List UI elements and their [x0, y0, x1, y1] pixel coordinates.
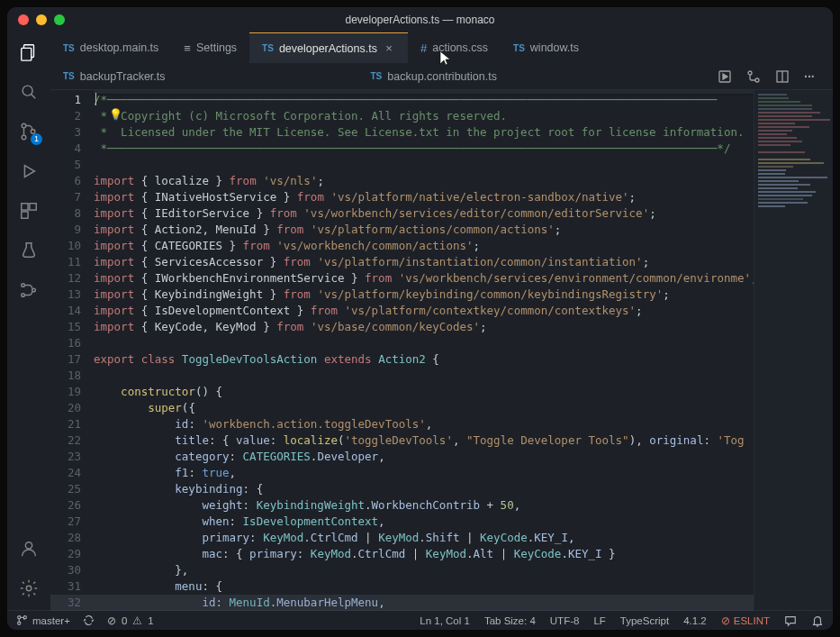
- tab-label: backup.contribution.ts: [387, 70, 497, 83]
- tab-actions-css[interactable]: # actions.css: [408, 32, 501, 63]
- tab-label: developerActions.ts: [279, 42, 377, 55]
- search-icon[interactable]: [18, 81, 40, 103]
- statusbar: master+ ⊘0 ⚠1 Ln 1, Col 1 Tab Size: 4 UT…: [7, 610, 833, 630]
- code-content[interactable]: /*──────────────────────────────────────…: [94, 90, 754, 610]
- scm-badge: 1: [31, 133, 42, 145]
- svg-point-15: [26, 586, 32, 591]
- eol[interactable]: LF: [593, 615, 605, 626]
- settings-icon: ≡: [184, 41, 191, 55]
- svg-point-19: [755, 78, 759, 82]
- references-icon[interactable]: [18, 279, 40, 301]
- svg-point-11: [22, 284, 25, 287]
- problems-indicator[interactable]: ⊘0 ⚠1: [107, 614, 154, 627]
- split-editor-icon[interactable]: [775, 69, 790, 84]
- testing-icon[interactable]: [18, 240, 40, 261]
- editor-actions: ···: [718, 63, 833, 89]
- editor-body[interactable]: 1234567891011121314151617181920212223242…: [50, 90, 833, 610]
- lightbulb-icon[interactable]: 💡: [109, 108, 122, 121]
- tab-label: desktop.main.ts: [80, 41, 159, 54]
- minimap[interactable]: [754, 90, 833, 610]
- ts-icon: TS: [63, 71, 75, 81]
- traffic-lights: [18, 14, 65, 25]
- gutter: 1234567891011121314151617181920212223242…: [50, 90, 94, 610]
- svg-point-18: [748, 71, 752, 75]
- tab-settings[interactable]: ≡ Settings: [171, 32, 249, 63]
- zoom-window-button[interactable]: [54, 14, 65, 25]
- tab-label: backupTracker.ts: [80, 70, 166, 83]
- eslint-status[interactable]: ⊘ ESLINT: [721, 614, 770, 627]
- settings-gear-icon[interactable]: [18, 578, 40, 599]
- ts-icon: TS: [63, 43, 75, 53]
- tab-label: window.ts: [530, 41, 579, 54]
- ts-icon: TS: [262, 43, 274, 53]
- tab-backup-contribution[interactable]: TS backup.contribution.ts: [358, 63, 510, 89]
- activitybar: 1: [7, 32, 50, 610]
- sync-icon[interactable]: [83, 614, 95, 626]
- tab-desktop-main[interactable]: TS desktop.main.ts: [50, 32, 171, 63]
- tab-label: Settings: [196, 41, 237, 54]
- minimize-window-button[interactable]: [36, 14, 47, 25]
- svg-point-23: [18, 622, 21, 624]
- tab-developer-actions[interactable]: TS developerActions.ts ×: [249, 32, 408, 63]
- ts-icon: TS: [371, 71, 383, 81]
- run-debug-icon[interactable]: [18, 160, 40, 182]
- css-icon: #: [420, 41, 427, 55]
- cursor-position[interactable]: Ln 1, Col 1: [420, 615, 470, 626]
- editor-window: developerActions.ts — monaco 1: [7, 7, 833, 630]
- svg-rect-8: [22, 204, 28, 210]
- diff-icon[interactable]: [746, 69, 761, 84]
- svg-point-22: [18, 616, 21, 619]
- svg-rect-10: [22, 212, 28, 218]
- account-icon[interactable]: [18, 538, 40, 560]
- svg-point-4: [22, 123, 26, 128]
- editor-area: TS desktop.main.ts ≡ Settings TS develop…: [50, 32, 833, 610]
- tab-close-icon[interactable]: ×: [383, 41, 395, 55]
- svg-point-14: [25, 542, 32, 549]
- explorer-icon[interactable]: [18, 41, 40, 63]
- main-area: 1: [7, 32, 833, 610]
- tab-window-ts[interactable]: TS window.ts: [501, 32, 592, 63]
- svg-point-12: [22, 294, 25, 297]
- branch-indicator[interactable]: master+: [16, 614, 70, 626]
- svg-marker-7: [24, 166, 34, 177]
- svg-point-5: [22, 135, 26, 140]
- more-actions-icon[interactable]: ···: [804, 69, 818, 84]
- tab-label: actions.css: [432, 41, 488, 54]
- line-highlight: [50, 595, 754, 611]
- language-mode[interactable]: TypeScript: [620, 615, 669, 626]
- scroll-shadow: [94, 90, 754, 94]
- ts-version[interactable]: 4.1.2: [683, 615, 707, 626]
- svg-line-3: [32, 95, 36, 99]
- extensions-icon[interactable]: [18, 200, 40, 222]
- tabs-primary-row: TS desktop.main.ts ≡ Settings TS develop…: [50, 32, 833, 63]
- window-title: developerActions.ts — monaco: [345, 14, 494, 26]
- tab-size[interactable]: Tab Size: 4: [484, 615, 536, 626]
- feedback-icon[interactable]: [784, 614, 797, 627]
- svg-point-2: [23, 86, 32, 96]
- svg-rect-9: [30, 204, 36, 210]
- ts-icon: TS: [513, 43, 525, 53]
- notifications-icon[interactable]: [811, 614, 824, 627]
- svg-marker-17: [723, 74, 727, 79]
- close-window-button[interactable]: [18, 14, 29, 25]
- svg-point-13: [32, 288, 36, 292]
- text-cursor: [95, 93, 96, 105]
- tabs-secondary-row: TS backupTracker.ts TS backup.contributi…: [50, 63, 833, 90]
- titlebar: developerActions.ts — monaco: [7, 7, 833, 32]
- source-control-icon[interactable]: 1: [18, 121, 40, 142]
- encoding[interactable]: UTF-8: [550, 615, 580, 626]
- run-file-icon[interactable]: [718, 69, 732, 84]
- svg-rect-1: [22, 48, 32, 60]
- tab-backup-tracker[interactable]: TS backupTracker.ts: [50, 63, 178, 89]
